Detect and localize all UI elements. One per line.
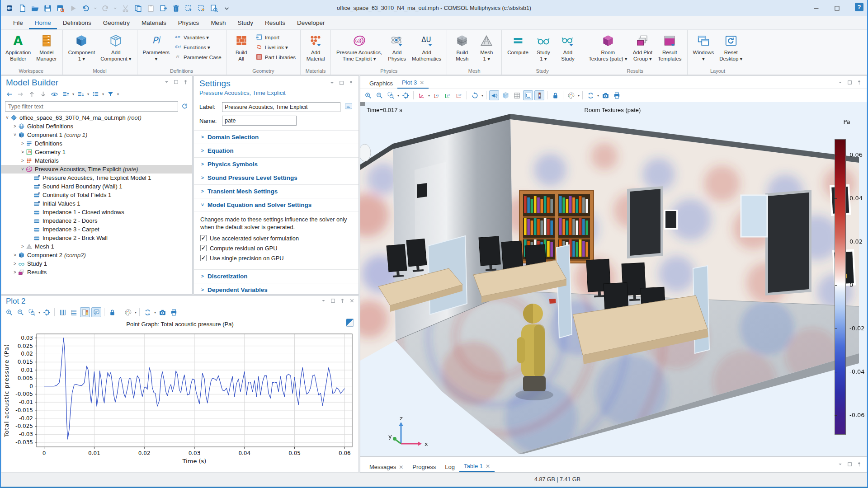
minimize-window-button[interactable] — [806, 0, 826, 16]
dropdown-caret-icon[interactable]: ▾ — [117, 92, 119, 96]
expand-chevron-icon[interactable]: ˃ — [12, 270, 18, 275]
expand-chevron-icon[interactable]: ˃ — [12, 261, 18, 266]
settings-section-physics-symbols[interactable]: ˃Physics Symbols — [194, 157, 359, 171]
dropdown-caret-icon[interactable]: ▾ — [597, 94, 599, 98]
expand-chevron-icon[interactable]: ˃ — [199, 274, 206, 279]
dropdown-caret-icon[interactable]: ▾ — [481, 94, 483, 98]
dropdown-caret-icon[interactable]: ▾ — [428, 94, 430, 98]
tree-node[interactable]: ˅ωPressure Acoustics, Time Explicit(pate… — [1, 165, 192, 174]
settings-section-discretization[interactable]: ˃Discretization — [194, 269, 359, 283]
tree-node[interactable]: DInitial Values 1 — [1, 199, 192, 208]
graphics-tab-graphics[interactable]: Graphics — [365, 78, 397, 89]
graphics-canvas[interactable]: z x y Time=0.017 s Room Textures (pate) … — [360, 102, 867, 456]
ribbon-button-reset-desktop[interactable]: Reset Desktop ▾ — [717, 32, 745, 64]
view-triad-button[interactable] — [416, 90, 426, 100]
ribbon-button-add-study[interactable]: Add Study — [556, 32, 580, 64]
print-button[interactable] — [169, 307, 179, 317]
dropdown-caret-icon[interactable]: ▾ — [154, 310, 156, 314]
collapse-levels-button[interactable] — [75, 89, 85, 99]
tree-columns-button[interactable] — [90, 89, 100, 99]
tree-node[interactable]: ˃Component 2(comp2) — [1, 251, 192, 259]
tree-node[interactable]: ˃Materials — [1, 156, 192, 165]
checkbox-checked-icon[interactable]: ✓ — [200, 245, 207, 251]
bottom-tab-log[interactable]: Log — [440, 462, 459, 472]
pin-panel-icon[interactable] — [183, 79, 189, 86]
eye-button[interactable] — [49, 89, 59, 99]
graphics-tab-plot-3[interactable]: Plot 3✕ — [397, 77, 429, 89]
pin-panel-icon[interactable] — [340, 298, 345, 305]
point-graph-chart[interactable]: 0.030.0250.020.0150.010.0050-0.005-0.01-… — [1, 329, 357, 468]
ribbon-button-windows[interactable]: Windows ▾ — [690, 32, 717, 64]
open-folder-icon[interactable] — [29, 2, 41, 14]
collapse-chevron-icon[interactable]: ˅ — [19, 167, 26, 172]
expand-chevron-icon[interactable]: ˃ — [199, 175, 206, 180]
ribbon-button-add-component[interactable]: Add Component ▾ — [98, 32, 134, 64]
zoom-box-button[interactable] — [27, 307, 37, 317]
panel-menu-caret-icon[interactable] — [837, 80, 843, 87]
expand-levels-button[interactable] — [61, 89, 71, 99]
expand-chevron-icon[interactable]: ˃ — [199, 148, 206, 153]
panel-menu-caret-icon[interactable] — [321, 298, 326, 305]
tree-node[interactable]: ˅Component 1(comp 1) — [1, 131, 192, 139]
ribbon-button-part-libraries[interactable]: Part Libraries — [255, 53, 296, 61]
funnel-button[interactable] — [105, 89, 115, 99]
menu-tab-materials[interactable]: Materials — [136, 16, 172, 29]
caret-icon[interactable] — [112, 2, 118, 14]
menu-tab-developer[interactable]: Developer — [291, 16, 331, 29]
dropdown-caret-icon[interactable]: ▾ — [72, 92, 74, 96]
settings-section-model-equation-and-solver-settings[interactable]: ˅Model Equation and Solver Settings — [194, 198, 359, 211]
ribbon-button-build-mesh[interactable]: Build Mesh — [450, 32, 474, 64]
menu-tab-results[interactable]: Results — [259, 16, 291, 29]
copy-icon[interactable] — [132, 2, 144, 14]
grid-y-button[interactable] — [69, 307, 79, 317]
menu-tab-home[interactable]: Home — [29, 16, 57, 29]
menu-tab-geometry[interactable]: Geometry — [97, 16, 136, 29]
panel-menu-caret-icon[interactable] — [329, 80, 335, 87]
play-icon[interactable] — [67, 2, 79, 14]
select-frame-icon[interactable] — [183, 2, 194, 14]
ribbon-button-model-manager[interactable]: Model Manager — [33, 32, 59, 64]
collapse-chevron-icon[interactable]: ˅ — [199, 202, 206, 207]
zoom-box-button[interactable] — [386, 90, 396, 100]
save-find-icon[interactable] — [54, 2, 66, 14]
expand-chevron-icon[interactable]: ˃ — [199, 189, 206, 194]
tree-node[interactable]: DPressure Acoustics, Time Explicit Model… — [1, 174, 192, 182]
tree-node[interactable]: DSound Hard Boundary (Wall) 1 — [1, 182, 192, 191]
zoom-extents-button[interactable] — [42, 307, 52, 317]
zoom-in-button[interactable] — [4, 307, 14, 317]
comsol-logo-icon[interactable] — [346, 319, 354, 327]
chevron-compact-icon[interactable] — [221, 2, 232, 14]
ribbon-button-add-math[interactable]: ΔUAdd Mathematics — [409, 32, 444, 64]
rename-icon[interactable] — [344, 102, 353, 112]
dropdown-caret-icon[interactable]: ▾ — [135, 310, 137, 314]
ribbon-button-livelink[interactable]: LiveLink ▾ — [255, 43, 296, 52]
zoom-out-button[interactable] — [15, 307, 25, 317]
transparency-button[interactable] — [500, 90, 510, 100]
collapse-chevron-icon[interactable]: ˅ — [4, 115, 10, 120]
tree-node[interactable]: Impedance 2 - Brick Wall — [1, 234, 192, 242]
close-tab-icon[interactable]: ✕ — [420, 80, 424, 86]
ribbon-button-build-all[interactable]: Build All — [229, 32, 254, 64]
rotate-button[interactable] — [470, 90, 480, 100]
pin-panel-icon[interactable] — [856, 80, 862, 87]
menu-tab-physics[interactable]: Physics — [172, 16, 205, 29]
bottom-tab-progress[interactable]: Progress — [408, 462, 440, 472]
tree-node[interactable]: ˃Geometry 1 — [1, 148, 192, 156]
view-xy-button[interactable]: xy — [431, 90, 441, 100]
ribbon-button-add-plot-group[interactable]: Add Plot Group ▾ — [630, 32, 655, 64]
deselect-frame-icon[interactable] — [195, 2, 207, 14]
ribbon-button-study[interactable]: Study 1 ▾ — [531, 32, 556, 64]
float-panel-icon[interactable] — [339, 80, 344, 87]
expand-chevron-icon[interactable]: ˃ — [199, 135, 206, 140]
float-panel-icon[interactable] — [847, 80, 853, 87]
float-panel-icon[interactable] — [330, 298, 336, 305]
ribbon-button-add-material[interactable]: Add Material — [303, 32, 328, 64]
bottom-tab-table-1[interactable]: Table 1✕ — [459, 461, 495, 472]
zoom-out-button[interactable] — [374, 90, 384, 100]
annotation-button[interactable] — [91, 307, 101, 317]
new-file-icon[interactable] — [16, 2, 28, 14]
axes3d-button[interactable] — [523, 90, 533, 100]
room-3d-scene[interactable]: z x y — [360, 102, 865, 454]
ribbon-button-room-textures[interactable]: Room Textures (pate) ▾ — [586, 32, 630, 64]
float-panel-icon[interactable] — [173, 79, 179, 86]
